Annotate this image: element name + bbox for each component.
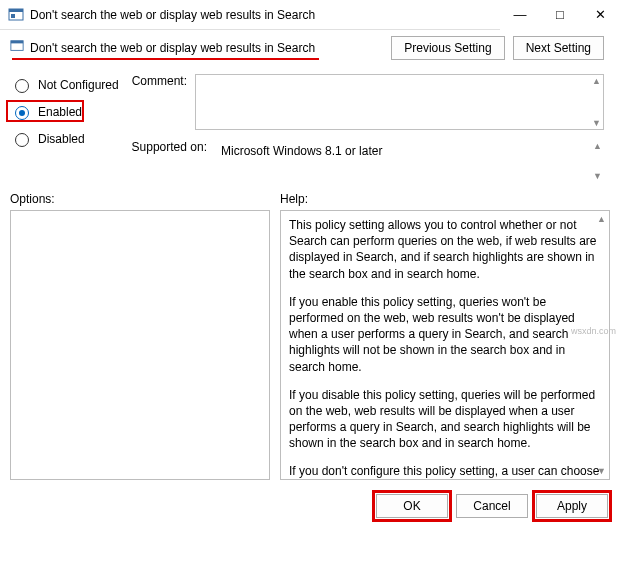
help-paragraph: If you don't configure this policy setti… (289, 463, 601, 480)
dialog-footer: OK Cancel Apply (0, 488, 620, 528)
svg-rect-2 (11, 14, 15, 18)
policy-small-icon (10, 39, 24, 56)
scroll-down-icon[interactable]: ▼ (597, 466, 606, 476)
radio-enabled-input[interactable] (15, 106, 29, 120)
svg-rect-1 (9, 9, 23, 12)
help-label: Help: (280, 192, 308, 206)
next-setting-button[interactable]: Next Setting (513, 36, 604, 60)
radio-disabled[interactable]: Disabled (10, 130, 125, 147)
help-paragraph: If you enable this policy setting, queri… (289, 294, 601, 375)
svg-rect-4 (11, 41, 23, 44)
help-pane: This policy setting allows you to contro… (280, 210, 610, 480)
minimize-button[interactable]: ― (500, 0, 540, 30)
ok-button[interactable]: OK (376, 494, 448, 518)
help-paragraph: If you disable this policy setting, quer… (289, 387, 601, 452)
scroll-down-icon[interactable]: ▼ (592, 118, 601, 128)
policy-title: Don't search the web or display web resu… (30, 41, 315, 55)
scroll-up-icon[interactable]: ▲ (593, 141, 602, 151)
state-radio-group: Not Configured Enabled Disabled (10, 74, 125, 182)
options-label: Options: (10, 192, 280, 206)
window-title: Don't search the web or display web resu… (30, 8, 500, 22)
help-paragraph: This policy setting allows you to contro… (289, 217, 601, 282)
subheader: Don't search the web or display web resu… (0, 30, 620, 74)
watermark: wsxdn.com (571, 326, 616, 336)
highlight-underline (12, 58, 319, 60)
comment-textarea[interactable]: ▲ ▼ (195, 74, 604, 130)
titlebar: Don't search the web or display web resu… (0, 0, 620, 30)
radio-disabled-label: Disabled (38, 132, 85, 146)
policy-title-text: Don't search the web or display web resu… (30, 41, 315, 55)
scroll-down-icon[interactable]: ▼ (593, 171, 602, 181)
apply-button[interactable]: Apply (536, 494, 608, 518)
close-button[interactable]: ✕ (580, 0, 620, 30)
comment-label: Comment: (125, 74, 195, 130)
radio-enabled-label: Enabled (38, 105, 82, 119)
scroll-up-icon[interactable]: ▲ (592, 76, 601, 86)
previous-setting-button[interactable]: Previous Setting (391, 36, 504, 60)
radio-disabled-input[interactable] (15, 133, 29, 147)
policy-icon (8, 7, 24, 23)
supported-on-box: Microsoft Windows 8.1 or later ▲ ▼ (215, 140, 604, 182)
maximize-button[interactable]: □ (540, 0, 580, 30)
radio-not-configured-label: Not Configured (38, 78, 119, 92)
scroll-up-icon[interactable]: ▲ (597, 214, 606, 224)
supported-on-label: Supported on: (125, 140, 215, 182)
cancel-button[interactable]: Cancel (456, 494, 528, 518)
supported-on-text: Microsoft Windows 8.1 or later (221, 144, 382, 158)
radio-not-configured[interactable]: Not Configured (10, 76, 125, 93)
options-pane (10, 210, 270, 480)
radio-enabled[interactable]: Enabled (10, 103, 125, 120)
radio-not-configured-input[interactable] (15, 79, 29, 93)
